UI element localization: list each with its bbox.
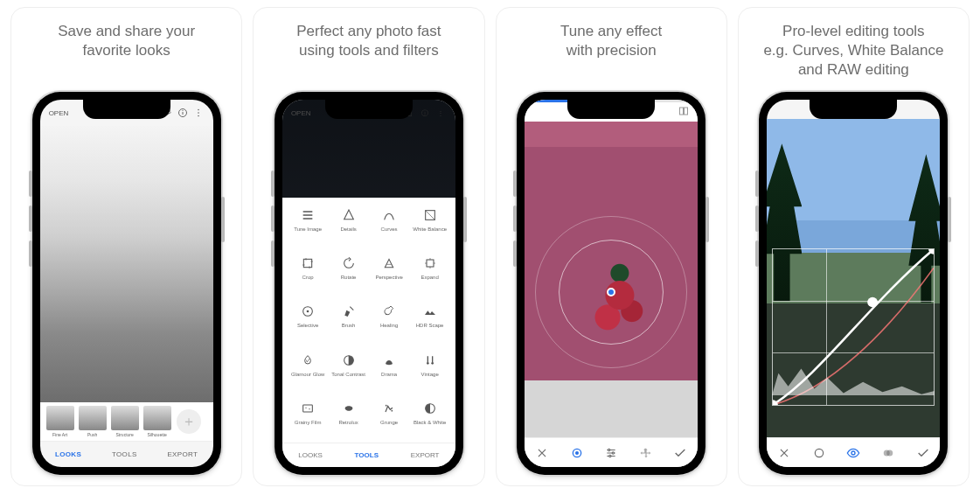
photo-preview[interactable] — [40, 126, 213, 402]
tool-item[interactable]: Healing — [369, 303, 410, 345]
apply-icon[interactable] — [671, 446, 690, 460]
caption: Tune any effect with precision — [560, 22, 662, 80]
tool-item[interactable]: Retrolux — [328, 400, 369, 443]
card-precision: Tune any effect with precision Blur Stre… — [496, 7, 727, 486]
svg-rect-22 — [685, 108, 688, 115]
svg-point-5 — [198, 115, 199, 117]
photo-preview[interactable] — [767, 119, 940, 437]
svg-point-19 — [392, 410, 393, 412]
tab-tools[interactable]: TOOLS — [112, 450, 137, 458]
eye-icon[interactable] — [844, 446, 863, 460]
svg-point-3 — [198, 109, 199, 111]
tool-label: Drama — [381, 372, 397, 377]
tool-item[interactable]: Glamour Glow — [288, 352, 329, 394]
apply-icon[interactable] — [914, 446, 933, 460]
phone-frame: OPEN ◧ ⓘ ⋮ Tune ImageDetailsCurvesWhite … — [275, 92, 463, 475]
tab-export[interactable]: EXPORT — [411, 451, 440, 459]
sliders-icon[interactable] — [601, 447, 621, 459]
tool-label: Grainy Film — [295, 420, 322, 425]
tool-icon — [340, 254, 358, 272]
tool-icon — [380, 303, 398, 320]
bottom-tabs: LOOKS TOOLS EXPORT — [40, 441, 213, 467]
svg-rect-1 — [182, 112, 183, 115]
screenshot-gallery: Save and share your favorite looks OPEN … — [0, 0, 980, 493]
look-item[interactable]: Structure — [110, 406, 140, 437]
open-button[interactable]: OPEN — [291, 109, 311, 117]
card-save-share: Save and share your favorite looks OPEN … — [10, 7, 242, 486]
tool-item[interactable]: Brush — [328, 303, 369, 345]
screen-looks: OPEN Fine Art Push Structure Silhouette … — [40, 100, 213, 467]
tool-item[interactable]: White Balance — [409, 206, 450, 249]
tab-export[interactable]: EXPORT — [167, 450, 198, 458]
tool-label: Details — [340, 227, 356, 232]
tool-label: Grunge — [380, 420, 398, 425]
notch — [325, 100, 413, 119]
tools-sheet: Tune ImageDetailsCurvesWhite BalanceCrop… — [282, 198, 455, 467]
look-item[interactable]: Fine Art — [45, 406, 75, 437]
tab-looks[interactable]: LOOKS — [298, 451, 323, 459]
tool-item[interactable]: Grunge — [369, 400, 410, 443]
svg-rect-21 — [680, 108, 684, 115]
screen-tools: OPEN ◧ ⓘ ⋮ Tune ImageDetailsCurvesWhite … — [282, 100, 455, 467]
tab-tools[interactable]: TOOLS — [355, 451, 379, 459]
tool-label: Expand — [420, 275, 438, 280]
caption: Save and share your favorite looks — [58, 22, 195, 80]
tool-item[interactable]: HDR Scape — [409, 303, 450, 345]
notch — [567, 100, 655, 119]
channel-luma-icon[interactable] — [810, 447, 829, 459]
svg-rect-7 — [303, 260, 311, 268]
tool-item[interactable]: Crop — [288, 254, 329, 297]
add-look-button[interactable]: ＋ — [177, 409, 201, 434]
channel-icon[interactable] — [879, 447, 898, 459]
tools-grid: Tune ImageDetailsCurvesWhite BalanceCrop… — [282, 198, 455, 443]
svg-point-14 — [431, 362, 434, 365]
tool-item[interactable]: Details — [328, 206, 369, 249]
look-label: Silhouette — [148, 432, 167, 437]
tool-icon — [421, 352, 439, 369]
tool-item[interactable]: Black & White — [409, 400, 450, 443]
tool-item[interactable]: Selective — [288, 303, 329, 345]
open-button[interactable]: OPEN — [49, 109, 69, 117]
tab-looks[interactable]: LOOKS — [55, 450, 81, 458]
caption: Pro-level editing tools e.g. Curves, Whi… — [763, 22, 943, 80]
tool-item[interactable]: Drama — [369, 352, 410, 394]
target-icon[interactable] — [567, 446, 587, 460]
tool-label: Retrolux — [338, 420, 358, 425]
cancel-icon[interactable] — [775, 447, 794, 459]
tool-item[interactable]: Grainy Film — [288, 400, 329, 443]
tool-label: Crop — [302, 275, 314, 280]
svg-rect-8 — [427, 260, 434, 267]
tool-item[interactable]: Curves — [369, 206, 410, 249]
caption: Perfect any photo fast using tools and f… — [296, 22, 441, 80]
orientation-icon[interactable] — [636, 447, 656, 459]
info-icon[interactable]: ⓘ — [419, 108, 431, 118]
svg-point-28 — [868, 297, 879, 307]
look-item[interactable]: Silhouette — [142, 406, 172, 437]
look-label: Push — [87, 432, 97, 437]
svg-point-10 — [307, 310, 309, 313]
tool-item[interactable]: Tune Image — [288, 206, 329, 249]
look-item[interactable]: Push — [78, 406, 108, 437]
edit-footer — [767, 437, 940, 467]
tool-label: Selective — [297, 323, 318, 328]
tool-icon — [340, 303, 358, 320]
compare-icon[interactable] — [678, 106, 689, 118]
tool-item[interactable]: Vintage — [409, 352, 450, 394]
tool-label: Vintage — [421, 372, 439, 377]
bottom-tabs: LOOKS TOOLS EXPORT — [282, 443, 455, 467]
tool-label: Tune Image — [294, 227, 322, 232]
tool-icon — [380, 400, 398, 417]
tool-item[interactable]: Tonal Contrast — [328, 352, 369, 394]
focus-point[interactable] — [607, 288, 615, 296]
tool-item[interactable]: Rotate — [328, 254, 369, 297]
svg-point-16 — [305, 407, 306, 408]
tool-icon — [340, 352, 358, 369]
more-icon[interactable]: ⋮ — [434, 109, 447, 117]
more-icon[interactable] — [192, 108, 205, 118]
tool-item[interactable]: Expand — [409, 254, 450, 297]
photo-preview[interactable] — [525, 122, 698, 437]
cancel-icon[interactable] — [532, 447, 552, 459]
info-icon[interactable] — [177, 108, 189, 118]
tool-label: White Balance — [413, 227, 447, 232]
tool-item[interactable]: Perspective — [369, 254, 410, 297]
